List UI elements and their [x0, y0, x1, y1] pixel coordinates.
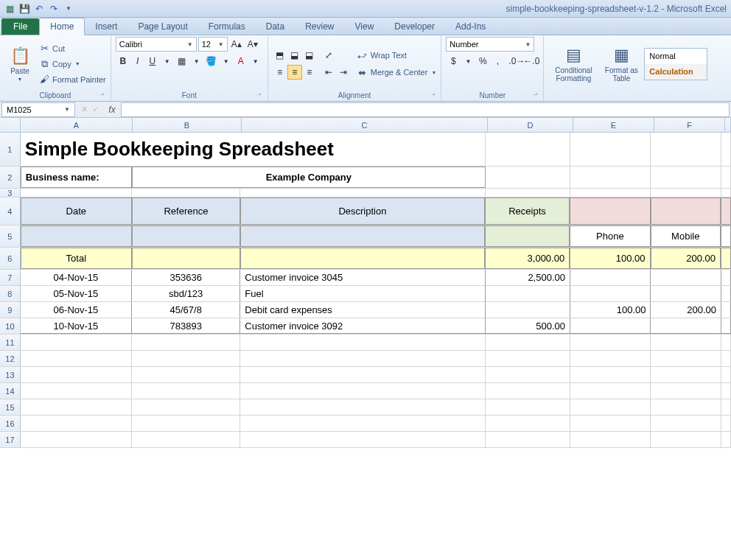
align-left-button[interactable]: ≡ — [273, 65, 287, 80]
cell[interactable] — [570, 197, 650, 225]
cell[interactable] — [721, 416, 731, 431]
cell[interactable] — [486, 432, 570, 447]
cell[interactable] — [21, 383, 132, 399]
cell[interactable] — [651, 335, 721, 350]
cell[interactable] — [486, 351, 570, 366]
paste-button[interactable]: 📋 Paste ▼ — [4, 41, 35, 88]
tab-addins[interactable]: Add-Ins — [445, 18, 496, 35]
redo-icon[interactable]: ↷ — [47, 2, 60, 15]
total-label[interactable]: Total — [21, 248, 132, 269]
enter-icon[interactable]: ✓ — [92, 105, 99, 114]
cell[interactable] — [486, 416, 570, 431]
row-header[interactable]: 5 — [0, 225, 21, 247]
tab-review[interactable]: Review — [295, 18, 344, 35]
business-name-value[interactable]: Example Company — [132, 167, 485, 188]
fontcolor-dd[interactable]: ▼ — [248, 54, 263, 69]
cell-rec[interactable]: 2,500.00 — [486, 270, 570, 285]
border-button[interactable]: ▦ — [175, 54, 189, 69]
decrease-indent-button[interactable]: ⇤ — [321, 65, 336, 80]
excel-icon[interactable]: ▦ — [3, 2, 16, 15]
decrease-font-button[interactable]: A▾ — [245, 37, 260, 52]
align-right-button[interactable]: ≡ — [302, 65, 317, 80]
row-header[interactable]: 4 — [0, 197, 21, 225]
row-header[interactable]: 6 — [0, 248, 21, 269]
cell[interactable] — [132, 416, 240, 431]
cell-styles-gallery[interactable]: Normal Calculation — [644, 48, 707, 80]
row-header[interactable]: 14 — [0, 383, 21, 399]
increase-decimal-button[interactable]: .0→ — [509, 54, 524, 69]
name-box[interactable]: M1025▼ — [1, 102, 75, 117]
cell[interactable] — [570, 351, 651, 366]
cell[interactable] — [486, 189, 570, 197]
cell-ref[interactable]: sbd/123 — [132, 286, 240, 301]
merge-center-button[interactable]: ⬌Merge & Center▼ — [357, 65, 437, 80]
cell[interactable] — [132, 248, 240, 269]
cell[interactable] — [651, 416, 721, 431]
cell[interactable] — [651, 367, 721, 382]
save-icon[interactable]: 💾 — [18, 2, 31, 15]
cell-phone[interactable] — [570, 318, 651, 334]
col-C[interactable]: C — [242, 118, 488, 132]
cell-mobile[interactable] — [651, 318, 721, 334]
cell[interactable] — [721, 335, 731, 350]
cell-date[interactable]: 06-Nov-15 — [21, 302, 132, 318]
cell[interactable] — [721, 383, 731, 399]
cell-rec[interactable]: 500.00 — [486, 318, 570, 334]
cell[interactable] — [721, 318, 731, 334]
fx-icon[interactable]: fx — [103, 105, 121, 115]
cell[interactable] — [651, 133, 721, 166]
sheet-title[interactable]: Simple Bookkeeping Spreadsheet — [21, 133, 486, 166]
hdr-phone[interactable]: Phone — [570, 225, 650, 247]
col-D[interactable]: D — [488, 118, 573, 132]
col-G[interactable] — [725, 118, 731, 132]
increase-font-button[interactable]: A▴ — [229, 37, 244, 52]
cell[interactable] — [570, 133, 651, 166]
cell[interactable] — [651, 432, 721, 447]
cell[interactable] — [485, 225, 570, 247]
underline-dd[interactable]: ▼ — [160, 54, 175, 69]
align-top-button[interactable]: ⬒ — [273, 48, 287, 63]
align-middle-button[interactable]: ⬓ — [287, 48, 302, 63]
cell[interactable] — [486, 399, 570, 415]
cell[interactable] — [21, 335, 132, 350]
cell-rec[interactable] — [486, 302, 570, 318]
font-name-combo[interactable]: Calibri▼ — [116, 37, 197, 52]
cell[interactable] — [486, 167, 570, 188]
cell[interactable] — [721, 432, 731, 447]
cell-phone[interactable] — [570, 270, 651, 285]
cell[interactable] — [21, 189, 132, 197]
cell[interactable] — [240, 335, 485, 350]
cell-date[interactable]: 04-Nov-15 — [21, 270, 132, 285]
cell[interactable] — [651, 399, 721, 415]
underline-button[interactable]: U — [145, 54, 160, 69]
row-header[interactable]: 3 — [0, 189, 21, 197]
cell[interactable] — [132, 335, 240, 350]
row-header[interactable]: 15 — [0, 399, 21, 415]
copy-button[interactable]: ⧉Copy▼ — [38, 57, 106, 71]
align-bottom-button[interactable]: ⬓ — [302, 48, 317, 63]
cell[interactable] — [486, 335, 570, 350]
total-mobile[interactable]: 200.00 — [651, 248, 721, 269]
row-header[interactable]: 13 — [0, 367, 21, 382]
cell[interactable] — [21, 225, 132, 247]
tab-view[interactable]: View — [345, 18, 385, 35]
cell-ref[interactable]: 45/67/8 — [132, 302, 240, 318]
cell[interactable] — [240, 351, 485, 366]
cell-ref[interactable]: 783893 — [132, 318, 240, 334]
cell[interactable] — [21, 351, 132, 366]
col-F[interactable]: F — [654, 118, 725, 132]
cell[interactable] — [21, 416, 132, 431]
cell[interactable] — [570, 399, 651, 415]
cell[interactable] — [570, 416, 651, 431]
cell[interactable] — [21, 432, 132, 447]
cell-date[interactable]: 05-Nov-15 — [21, 286, 132, 301]
cell[interactable] — [240, 367, 485, 382]
cell-ref[interactable]: 353636 — [132, 270, 240, 285]
cell[interactable] — [721, 367, 731, 382]
cell[interactable] — [570, 167, 651, 188]
cell[interactable] — [240, 248, 485, 269]
cell[interactable] — [132, 383, 240, 399]
comma-button[interactable]: , — [490, 54, 505, 69]
cell-mobile[interactable]: 200.00 — [651, 302, 721, 318]
cell[interactable] — [132, 225, 240, 247]
